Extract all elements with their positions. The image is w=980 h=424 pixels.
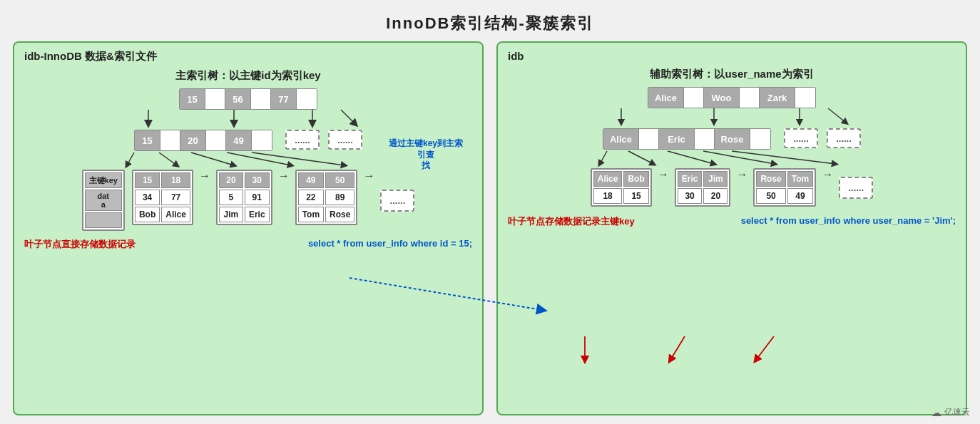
left-leaf-row: 主键key data 15 18 34 bbox=[82, 170, 415, 231]
left-leaf-node-2: 20 30 5 91 Jim Eric bbox=[216, 170, 272, 225]
left-annot-blue: 通过主键key到主索引查找 bbox=[387, 138, 465, 172]
svg-line-6 bbox=[191, 152, 234, 165]
left-root-node: 15 56 77 bbox=[179, 88, 317, 110]
left-leaf-node-1: 15 18 34 77 Bob Alice bbox=[132, 170, 193, 225]
left-leaf-arrow-1: → bbox=[199, 170, 210, 182]
right-panel-title: idb bbox=[508, 50, 524, 62]
right-sql: select * from user_info where user_name … bbox=[741, 215, 956, 226]
left-root-arrows bbox=[120, 110, 377, 130]
left-leaf-arrow-3: → bbox=[363, 170, 374, 182]
watermark: ☁ 亿速云 bbox=[931, 406, 970, 418]
svg-line-15 bbox=[668, 151, 714, 164]
left-leaf-labels: 主键key data bbox=[82, 170, 125, 231]
left-sql: select * from user_info where id = 15; bbox=[308, 238, 472, 249]
watermark-text: 亿速云 bbox=[944, 406, 970, 418]
svg-line-17 bbox=[732, 151, 835, 164]
svg-line-12 bbox=[828, 108, 846, 123]
right-leaf-arrow-2: → bbox=[736, 168, 747, 181]
svg-line-7 bbox=[227, 152, 291, 165]
right-leaf-arrow-1: → bbox=[658, 168, 669, 181]
left-content: 主索引树：以主键id为索引key 15 56 77 bbox=[24, 68, 472, 251]
left-tree-title: 主索引树：以主键id为索引key bbox=[175, 69, 320, 83]
left-bottom: 叶子节点直接存储数据记录 select * from user_info whe… bbox=[24, 238, 472, 251]
right-tree-title: 辅助索引树：以user_name为索引 bbox=[650, 68, 813, 81]
left-panel-title: idb-InnoDB 数据&索引文件 bbox=[24, 50, 157, 63]
svg-line-16 bbox=[703, 151, 775, 164]
left-panel: idb-InnoDB 数据&索引文件 主索引树：以主键id为索引key 15 5… bbox=[13, 41, 484, 415]
left-level2: 15 20 49 ...... ...... bbox=[134, 130, 362, 152]
svg-line-3 bbox=[341, 110, 355, 124]
right-leaf-dashed: ...... bbox=[839, 177, 873, 199]
main-container: idb-InnoDB 数据&索引文件 主索引树：以主键id为索引key 15 5… bbox=[0, 41, 980, 423]
left-leaf-node-3: 49 50 22 89 Tom Rose bbox=[295, 170, 358, 225]
right-level2: Alice Eric Rose ...... ...... bbox=[603, 128, 861, 151]
svg-line-13 bbox=[600, 151, 607, 164]
svg-line-4 bbox=[127, 152, 134, 165]
right-leaf-node-2: Eric Jim 30 20 bbox=[675, 168, 731, 207]
left-annot-red: 叶子节点直接存储数据记录 bbox=[24, 238, 136, 251]
right-bottom: 叶子节点存储数据记录主键key select * from user_info … bbox=[508, 215, 956, 228]
svg-line-5 bbox=[159, 152, 177, 165]
right-root-arrows bbox=[589, 108, 874, 128]
right-content: 辅助索引树：以user_name为索引 Alice Woo Zark bbox=[508, 66, 956, 228]
svg-line-8 bbox=[252, 152, 344, 165]
left-level2-arrows bbox=[120, 152, 377, 168]
svg-line-14 bbox=[628, 151, 653, 164]
right-root-node: Alice Woo Zark bbox=[648, 87, 816, 108]
right-level2-arrows bbox=[589, 151, 874, 167]
right-leaf-arrow-3: → bbox=[822, 168, 833, 181]
right-leaf-node-3: Rose Tom 50 49 bbox=[753, 168, 816, 207]
right-annot: 叶子节点存储数据记录主键key bbox=[508, 215, 635, 228]
left-leaf-arrow-2: → bbox=[278, 170, 290, 182]
left-leaf-dashed: ...... bbox=[380, 190, 414, 212]
right-leaf-node-1: Alice Bob 18 15 bbox=[591, 168, 652, 207]
watermark-icon: ☁ bbox=[931, 407, 941, 418]
right-panel: idb 辅助索引树：以user_name为索引 Alice Woo Zark bbox=[496, 41, 967, 415]
right-leaf-row: Alice Bob 18 15 → Eric Jim bbox=[591, 168, 874, 207]
page-title: InnoDB索引结构-聚簇索引 bbox=[0, 0, 980, 41]
